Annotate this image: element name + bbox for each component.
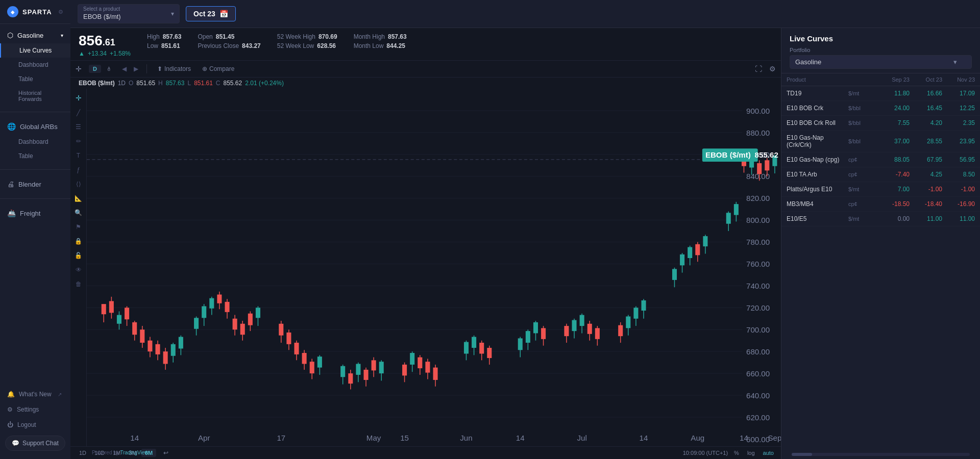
ohlc-o-val: 851.65 — [136, 80, 155, 87]
sidebar-item-ga-dashboard[interactable]: Dashboard — [0, 135, 70, 149]
price-change-abs: +13.34 — [88, 50, 107, 57]
divider-2 — [0, 169, 70, 170]
delete-tool[interactable]: 🗑 — [76, 280, 82, 288]
price-info: 856.61 ▲ +13.34 +1.58% High 857.63 Low — [70, 28, 781, 61]
settings-chart-icon[interactable]: ⚙ — [769, 65, 776, 73]
sidebar-item-table[interactable]: Table — [0, 72, 70, 86]
svg-text:EBOB ($/mt): EBOB ($/mt) — [705, 151, 751, 159]
live-curves-panel: Live Curves Portfolio Gasoline ▾ Product… — [781, 28, 980, 459]
lc-row-e10bobroll[interactable]: E10 BOB Crk Roll $/bbl 7.55 4.20 2.35 — [781, 116, 980, 131]
sidebar-whats-new[interactable]: 🔔 What's New ↗ — [0, 387, 70, 402]
blender-section: 🖨 Blender — [0, 173, 70, 195]
svg-rect-92 — [363, 370, 368, 380]
svg-rect-96 — [379, 362, 384, 373]
compare-button[interactable]: ⊕ Compare — [199, 64, 237, 74]
svg-text:Jul: Jul — [577, 434, 586, 442]
e10gasnap-crk-unit: $/bbl — [848, 138, 877, 144]
hline-tool[interactable]: ☰ — [76, 123, 81, 131]
support-chat-button[interactable]: 💬 Support Chat — [5, 436, 65, 451]
tf-btn-candle[interactable]: 🕯 — [102, 65, 116, 73]
sidebar-gasoline-group[interactable]: ⬡ Gasoline ▾ — [0, 27, 70, 43]
svg-rect-68 — [240, 324, 245, 335]
sidebar-freight-group[interactable]: 🚢 Freight — [0, 205, 70, 221]
sidebar-item-historical-forwards[interactable]: Historical Forwards — [0, 86, 70, 106]
logo-icon: ◆ — [7, 6, 18, 17]
lock2-tool[interactable]: 🔓 — [75, 252, 82, 259]
lc-row-platts[interactable]: Platts/Argus E10 $/mt 7.00 -1.00 -1.00 — [781, 182, 980, 197]
table-label: Table — [18, 75, 33, 83]
indicators-button[interactable]: ⬆ Indicators — [154, 64, 194, 74]
sidebar-settings[interactable]: ⚙ Settings — [0, 402, 70, 417]
arrow-left-icon[interactable]: ◀ — [122, 65, 127, 72]
lc-row-e10e5[interactable]: E10/E5 $/mt 0.00 11.00 11.00 — [781, 212, 980, 226]
sidebar-item-dashboard[interactable]: Dashboard — [0, 58, 70, 72]
svg-text:Jun: Jun — [460, 434, 472, 442]
product-select-label: Select a product — [83, 6, 120, 12]
col-nov23: Nov 23 — [942, 76, 975, 83]
lc-scrollbar[interactable] — [792, 453, 970, 456]
platts-sep: 7.00 — [877, 186, 910, 193]
e10ta-oct: 4.25 — [910, 171, 942, 178]
price-open-close: Open 851.45 Previous Close 843.27 — [198, 33, 260, 49]
sidebar-global-arbs-group[interactable]: 🌐 Global ARBs — [0, 118, 70, 135]
svg-rect-84 — [317, 356, 322, 367]
month-high-label: Month High — [354, 33, 385, 40]
chart-symbol: EBOB ($/mt) — [79, 80, 115, 87]
sidebar: ◆ SPARTA ⚙ ⬡ Gasoline ▾ Live Curves Dash… — [0, 0, 70, 459]
lc-row-e10bob[interactable]: E10 BOB Crk $/bbl 24.00 16.45 12.25 — [781, 101, 980, 116]
svg-rect-46 — [148, 341, 152, 351]
product-select[interactable]: Select a product EBOB ($/mt) ▾ — [78, 4, 180, 23]
sidebar-logout[interactable]: ⏻ Logout — [0, 417, 70, 432]
crosshair-tool[interactable]: ✛ — [76, 94, 82, 102]
lock-tool[interactable]: 🔒 — [75, 238, 82, 245]
svg-rect-90 — [356, 364, 360, 374]
svg-rect-142 — [672, 269, 677, 279]
chart-svg-area[interactable]: 900.00 880.00 860.00 840.00 820.00 800.0… — [87, 89, 781, 446]
tradingview-link[interactable]: TradingView — [120, 450, 148, 455]
mb3mb4-product: MB3/MB4 — [787, 200, 848, 208]
e10gasnap-crk-product: E10 Gas-Nap (Crk/Crk) — [787, 134, 848, 148]
fibonacci-tool[interactable]: ƒ — [77, 166, 80, 173]
sidebar-item-live-curves[interactable]: Live Curves — [0, 43, 70, 58]
lc-row-e10gasnap-cpg[interactable]: E10 Gas-Nap (cpg) cp¢ 88.05 67.95 56.95 — [781, 152, 980, 167]
eye-tool[interactable]: 👁 — [76, 266, 82, 273]
date-picker[interactable]: Oct 23 📅 — [186, 6, 236, 21]
divider-1 — [0, 112, 70, 112]
line-tool[interactable]: ╱ — [77, 109, 80, 116]
crosshair-icon[interactable]: ✛ — [76, 65, 82, 73]
sidebar-blender-group[interactable]: 🖨 Blender — [0, 176, 70, 192]
svg-text:680.00: 680.00 — [746, 348, 770, 356]
ga-dashboard-label: Dashboard — [18, 138, 48, 145]
e10bobroll-unit: $/bbl — [848, 120, 877, 126]
chart-replay-icon[interactable]: ↩ — [163, 449, 168, 456]
footer-tf-1d[interactable]: 1D — [76, 449, 90, 457]
pattern-tool[interactable]: ⟨⟩ — [76, 181, 81, 188]
lc-row-e10ta[interactable]: E10 TA Arb cp¢ -7.40 4.25 8.50 — [781, 167, 980, 182]
content-area: 856.61 ▲ +13.34 +1.58% High 857.63 Low — [70, 28, 980, 459]
portfolio-select[interactable]: Gasoline ▾ — [790, 55, 972, 69]
high-val: 857.63 — [163, 33, 182, 40]
price-change: ▲ +13.34 +1.58% — [79, 50, 131, 57]
lc-row-td19[interactable]: TD19 $/mt 11.80 16.66 17.09 — [781, 86, 980, 101]
tf-btn-d[interactable]: D — [89, 65, 101, 73]
lc-row-e10gasnap-crk[interactable]: E10 Gas-Nap (Crk/Crk) $/bbl 37.00 28.55 … — [781, 131, 980, 152]
settings-dot-icon[interactable]: ⚙ — [58, 9, 63, 15]
draw-tool[interactable]: ✏ — [76, 138, 81, 145]
text-tool[interactable]: T — [77, 152, 80, 159]
footer-log-btn[interactable]: log — [745, 449, 757, 457]
measure-tool[interactable]: 📐 — [75, 195, 82, 202]
td19-product: TD19 — [787, 90, 848, 97]
svg-rect-82 — [310, 362, 314, 373]
lc-scrollbar-thumb[interactable] — [792, 453, 812, 456]
footer-auto-btn[interactable]: auto — [761, 449, 776, 457]
flag-tool[interactable]: ⚑ — [76, 223, 81, 231]
sidebar-item-ga-table[interactable]: Table — [0, 149, 70, 163]
price-low-row: Low 851.61 — [147, 42, 181, 49]
zoom-tool[interactable]: 🔍 — [75, 209, 82, 216]
lc-scrollbar-area — [781, 450, 980, 459]
e10bobroll-sep: 7.55 — [877, 119, 910, 126]
fullscreen-icon[interactable]: ⛶ — [755, 65, 762, 73]
arrow-right-icon[interactable]: ▶ — [134, 65, 138, 72]
lc-row-mb3mb4[interactable]: MB3/MB4 cp¢ -18.50 -18.40 -16.90 — [781, 197, 980, 212]
footer-pct-btn[interactable]: % — [732, 449, 741, 457]
